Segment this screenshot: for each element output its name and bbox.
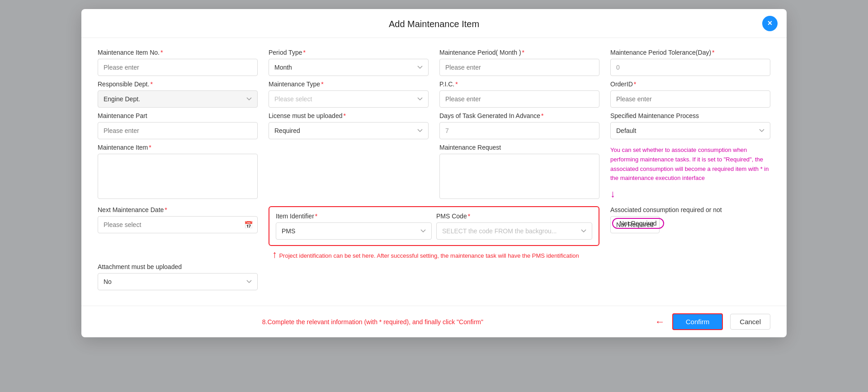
pms-code-select[interactable]: SELECT the code FROM the backgrou... (436, 222, 592, 240)
row-3: Maintenance Part License must be uploade… (98, 112, 770, 139)
maintenance-type-label: Maintenance Type* (269, 80, 429, 88)
maintenance-item-no-input[interactable] (98, 59, 258, 76)
order-id-label: OrderID* (610, 80, 770, 88)
maintenance-part-label: Maintenance Part (98, 112, 258, 119)
responsible-dept-group: Responsible Dept.* Engine Dept. Deck Dep… (98, 80, 258, 108)
modal-body: Maintenance Item No.* Period Type* Month… (81, 38, 787, 298)
maintenance-item-label: Maintenance Item* (98, 144, 258, 151)
period-type-group: Period Type* Month Week Day (269, 49, 429, 76)
next-maintenance-date-label: Next Maintenance Date* (98, 206, 258, 213)
add-maintenance-item-modal: Add Maintenance Item × Maintenance Item … (81, 9, 787, 337)
cancel-button[interactable]: Cancel (730, 314, 770, 330)
license-upload-select[interactable]: Required Not Required (269, 122, 429, 139)
license-upload-label: License must be uploaded* (269, 112, 429, 119)
modal-header: Add Maintenance Item × (81, 9, 787, 38)
pic-input[interactable] (439, 90, 599, 108)
maintenance-part-group: Maintenance Part (98, 112, 258, 139)
maintenance-period-group: Maintenance Period( Month )* (439, 49, 599, 76)
associated-consumption-select[interactable]: Not Required Required (610, 216, 660, 233)
maintenance-period-label: Maintenance Period( Month )* (439, 49, 599, 56)
responsible-dept-select[interactable]: Engine Dept. Deck Dept. (98, 90, 258, 108)
maintenance-period-input[interactable] (439, 59, 599, 76)
annotation-arrow-down: ↓ (610, 186, 615, 202)
days-advance-label: Days of Task Generated In Advance* (439, 112, 599, 119)
not-required-wrapper: Not Required Required Not Required (610, 216, 770, 233)
maintenance-item-no-label: Maintenance Item No.* (98, 49, 258, 56)
associated-consumption-group: Associated consumption required or not N… (610, 206, 770, 233)
maintenance-item-no-group: Maintenance Item No.* (98, 49, 258, 76)
next-maintenance-date-input[interactable] (98, 216, 258, 233)
consumption-annotation: You can set whether to associate consump… (610, 144, 770, 202)
close-button[interactable]: × (762, 16, 778, 31)
annotation-arrow-up: ↑ (272, 249, 277, 260)
attachment-upload-label: Attachment must be uploaded (98, 263, 258, 270)
row-5: Next Maintenance Date* 📅 Item Identifier… (98, 206, 770, 260)
modal-footer: 8.Complete the relevant information (wit… (81, 306, 787, 337)
tolerance-group: Maintenance Period Tolerance(Day)* (610, 49, 770, 76)
highlight-box: Item Identifier* PMS Non-PMS PMS Code* (269, 206, 599, 246)
row-6: Attachment must be uploaded No Yes (98, 263, 770, 290)
item-identifier-select[interactable]: PMS Non-PMS (276, 222, 432, 240)
confirm-button[interactable]: Confirm (672, 313, 723, 330)
maintenance-request-textarea[interactable] (439, 154, 599, 199)
row-1: Maintenance Item No.* Period Type* Month… (98, 49, 770, 76)
item-identifier-pms-group: Item Identifier* PMS Non-PMS PMS Code* (269, 206, 599, 260)
pic-label: P.I.C.* (439, 80, 599, 88)
pms-annotation: ↑ Project identification can be set here… (269, 249, 599, 260)
attachment-upload-group: Attachment must be uploaded No Yes (98, 263, 258, 290)
maintenance-request-group: Maintenance Request (439, 144, 599, 199)
footer-instruction: 8.Complete the relevant information (wit… (98, 318, 648, 326)
specified-process-label: Specified Maintenance Process (610, 112, 770, 119)
row-4: Maintenance Item* Maintenance Request Yo… (98, 144, 770, 202)
pic-group: P.I.C.* (439, 80, 599, 108)
pms-code-group: PMS Code* SELECT the code FROM the backg… (436, 213, 592, 240)
license-upload-group: License must be uploaded* Required Not R… (269, 112, 429, 139)
maintenance-part-input[interactable] (98, 122, 258, 139)
maintenance-request-label: Maintenance Request (439, 144, 599, 151)
days-advance-group: Days of Task Generated In Advance* (439, 112, 599, 139)
specified-process-group: Specified Maintenance Process Default Cu… (610, 112, 770, 139)
specified-process-select[interactable]: Default Custom (610, 122, 770, 139)
maintenance-type-group: Maintenance Type* Please select Type A (269, 80, 429, 108)
attachment-upload-select[interactable]: No Yes (98, 273, 258, 290)
period-type-select[interactable]: Month Week Day (269, 59, 429, 76)
next-maintenance-date-wrapper: 📅 (98, 216, 258, 233)
associated-consumption-label: Associated consumption required or not (610, 206, 770, 213)
responsible-dept-label: Responsible Dept.* (98, 80, 258, 88)
pms-code-label: PMS Code* (436, 213, 592, 220)
period-type-label: Period Type* (269, 49, 429, 56)
footer-arrow: ← (655, 316, 665, 328)
item-identifier-label: Item Identifier* (276, 213, 432, 220)
item-identifier-group: Item Identifier* PMS Non-PMS (276, 213, 432, 240)
order-id-input[interactable] (610, 90, 770, 108)
tolerance-input[interactable] (610, 59, 770, 76)
row-2: Responsible Dept.* Engine Dept. Deck Dep… (98, 80, 770, 108)
days-advance-input[interactable] (439, 122, 599, 139)
maintenance-item-textarea[interactable] (98, 154, 258, 199)
order-id-group: OrderID* (610, 80, 770, 108)
modal-title: Add Maintenance Item (389, 19, 479, 29)
maintenance-item-group: Maintenance Item* (98, 144, 258, 199)
next-maintenance-date-group: Next Maintenance Date* 📅 (98, 206, 258, 233)
tolerance-label: Maintenance Period Tolerance(Day)* (610, 49, 770, 56)
maintenance-type-select[interactable]: Please select Type A (269, 90, 429, 108)
